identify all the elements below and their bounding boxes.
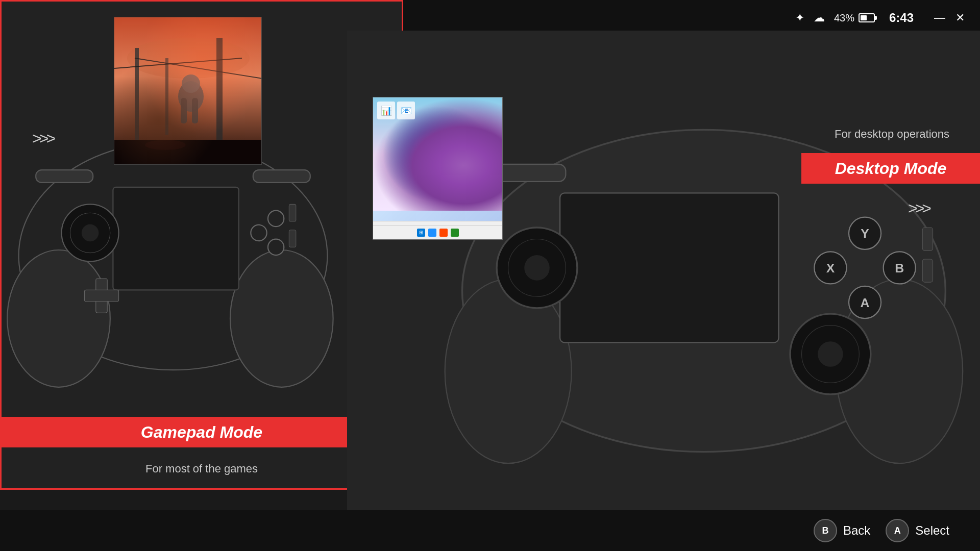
- svg-point-6: [82, 224, 99, 242]
- minimize-button[interactable]: —: [934, 11, 945, 24]
- b-button[interactable]: B: [814, 519, 837, 542]
- svg-rect-18: [135, 48, 139, 140]
- svg-rect-49: [922, 228, 933, 251]
- svg-line-21: [135, 58, 262, 79]
- svg-rect-32: [560, 193, 778, 342]
- desktop-mode-title: Desktop Mode: [835, 159, 947, 178]
- svg-point-28: [145, 140, 186, 150]
- svg-rect-27: [114, 140, 262, 165]
- a-button[interactable]: A: [886, 519, 909, 542]
- svg-rect-12: [36, 170, 93, 183]
- svg-rect-26: [192, 98, 198, 123]
- svg-point-17: [127, 38, 250, 79]
- game-screenshot: [114, 17, 262, 165]
- gamepad-mode-title: Gamepad Mode: [141, 423, 262, 442]
- desktop-mode-panel[interactable]: Y B A X 📊 📧 ⊞ F: [347, 31, 980, 551]
- desktop-screenshot: 📊 📧 ⊞: [373, 97, 503, 240]
- svg-point-35: [524, 255, 550, 281]
- bottom-bar: B Back A Select: [0, 510, 980, 551]
- bluetooth-icon: ✦: [795, 11, 804, 24]
- battery-percent: 43%: [834, 12, 854, 24]
- svg-text:A: A: [861, 296, 870, 310]
- back-label: Back: [843, 523, 870, 538]
- battery-icon: [859, 13, 875, 22]
- gamepad-mode-strip: Gamepad Mode: [2, 417, 402, 447]
- back-action[interactable]: B Back: [814, 519, 870, 542]
- svg-point-30: [445, 279, 572, 463]
- gamepad-arrows: >>>: [32, 129, 53, 148]
- gamepad-mode-description: For most of the games: [2, 462, 402, 475]
- svg-text:X: X: [826, 261, 835, 275]
- svg-line-22: [114, 58, 242, 68]
- wifi-icon: ☁: [814, 11, 825, 24]
- window-controls: — ✕: [934, 11, 965, 24]
- desktop-mode-strip: Desktop Mode: [801, 153, 980, 184]
- svg-point-2: [230, 250, 333, 387]
- svg-rect-20: [165, 58, 168, 135]
- svg-rect-25: [181, 98, 187, 123]
- svg-point-9: [251, 225, 266, 241]
- desktop-arrows: >>>: [908, 199, 929, 218]
- svg-point-10: [268, 211, 284, 227]
- svg-rect-19: [216, 38, 223, 140]
- svg-point-11: [268, 239, 284, 255]
- svg-text:B: B: [895, 261, 904, 275]
- battery-info: 43%: [834, 12, 875, 24]
- close-button[interactable]: ✕: [955, 11, 965, 24]
- svg-rect-50: [922, 259, 933, 282]
- gamepad-mode-panel[interactable]: >>> Gamepad Mode For most of the games: [0, 0, 403, 490]
- svg-point-24: [182, 74, 200, 93]
- svg-rect-14: [289, 204, 296, 221]
- select-action[interactable]: A Select: [886, 519, 949, 542]
- svg-rect-13: [253, 170, 310, 183]
- svg-rect-15: [289, 230, 296, 247]
- svg-point-23: [178, 81, 204, 112]
- svg-rect-3: [113, 187, 238, 290]
- status-icons: ✦ ☁ 43% 6:43: [795, 11, 914, 25]
- select-label: Select: [915, 523, 949, 538]
- svg-point-1: [7, 250, 110, 387]
- svg-rect-8: [84, 290, 118, 301]
- svg-rect-16: [114, 17, 262, 165]
- svg-text:Y: Y: [861, 227, 869, 240]
- time-display: 6:43: [889, 11, 914, 25]
- svg-point-38: [818, 341, 843, 367]
- desktop-ops-text: For desktop operations: [835, 128, 949, 141]
